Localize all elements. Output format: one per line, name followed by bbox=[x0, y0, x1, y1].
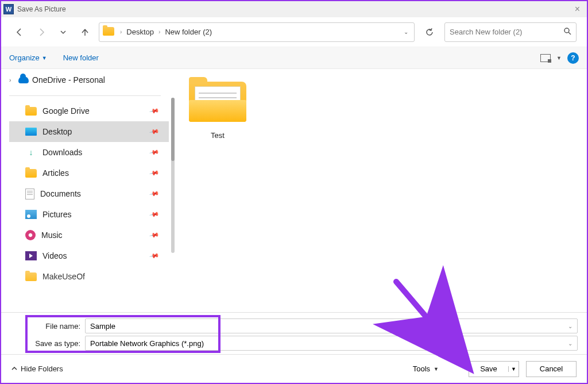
navbar: › Desktop › New folder (2) ⌄ bbox=[1, 17, 587, 47]
sidebar-item-label: Desktop bbox=[42, 127, 163, 136]
breadcrumb-item[interactable]: Desktop bbox=[124, 28, 156, 36]
document-icon bbox=[25, 189, 34, 199]
chevron-right-icon[interactable]: › bbox=[158, 29, 160, 35]
caret-down-icon[interactable]: ▼ bbox=[556, 55, 562, 61]
hide-folders-button[interactable]: Hide Folders bbox=[11, 364, 63, 373]
music-icon bbox=[25, 230, 36, 240]
video-icon bbox=[25, 251, 37, 260]
folder-icon bbox=[25, 169, 37, 178]
pictures-icon bbox=[25, 210, 37, 219]
chevron-right-icon[interactable]: › bbox=[9, 77, 15, 83]
sidebar-item-makeuseof[interactable]: MakeUseOf bbox=[9, 266, 169, 287]
search-icon bbox=[563, 27, 571, 37]
dialog-body: › OneDrive - Personal Google Drive 📌 Des… bbox=[1, 69, 587, 312]
footer: Hide Folders Tools ▼ Save ▼ Cancel bbox=[1, 354, 587, 383]
word-app-icon: W bbox=[3, 4, 14, 14]
filename-label: File name: bbox=[10, 322, 82, 331]
chevron-right-icon[interactable]: › bbox=[120, 29, 122, 35]
sidebar-item-videos[interactable]: Videos 📌 bbox=[9, 245, 169, 266]
help-icon[interactable]: ? bbox=[567, 52, 579, 64]
sidebar-item-label: Downloads bbox=[42, 148, 163, 157]
organize-label: Organize bbox=[9, 53, 40, 62]
sidebar-item-label: Pictures bbox=[42, 210, 163, 219]
organize-menu[interactable]: Organize ▼ bbox=[9, 53, 47, 62]
save-as-picture-dialog: W Save As Picture × › Desktop › New fold… bbox=[0, 0, 588, 384]
sidebar-item-label: MakeUseOf bbox=[42, 272, 163, 281]
breadcrumb[interactable]: › Desktop › New folder (2) ⌄ bbox=[99, 22, 415, 42]
search-input[interactable] bbox=[444, 22, 577, 42]
breadcrumb-item[interactable]: New folder (2) bbox=[163, 28, 214, 36]
save-button[interactable]: Save ▼ bbox=[469, 361, 519, 377]
caret-down-icon: ▼ bbox=[434, 366, 439, 372]
file-list[interactable]: Test bbox=[169, 69, 587, 312]
tools-label: Tools bbox=[413, 364, 430, 373]
tree-label: OneDrive - Personal bbox=[32, 75, 105, 85]
history-dropdown[interactable] bbox=[55, 24, 71, 40]
sidebar-item-google-drive[interactable]: Google Drive 📌 bbox=[9, 101, 169, 121]
chevron-down-icon[interactable]: ⌄ bbox=[401, 29, 411, 35]
chevron-down-icon[interactable]: ⌄ bbox=[568, 340, 572, 347]
sidebar-item-downloads[interactable]: ↓ Downloads 📌 bbox=[9, 142, 169, 163]
folder-icon bbox=[103, 27, 115, 37]
sidebar-item-pictures[interactable]: Pictures 📌 bbox=[9, 204, 169, 225]
savetype-select[interactable]: Portable Network Graphics (*.png) ⌄ bbox=[85, 336, 578, 351]
sidebar-item-documents[interactable]: Documents 📌 bbox=[9, 183, 169, 204]
folder-item-test[interactable]: Test bbox=[186, 82, 249, 140]
tree-item-onedrive[interactable]: › OneDrive - Personal bbox=[9, 72, 169, 87]
back-button[interactable] bbox=[11, 24, 28, 40]
up-button[interactable] bbox=[77, 24, 93, 40]
view-mode-button[interactable] bbox=[540, 54, 551, 62]
folder-icon bbox=[189, 82, 246, 122]
folder-label: Test bbox=[186, 131, 249, 140]
search-field[interactable] bbox=[450, 28, 563, 36]
save-label: Save bbox=[469, 364, 508, 373]
filename-field[interactable] bbox=[90, 322, 568, 331]
cancel-button[interactable]: Cancel bbox=[526, 361, 577, 377]
chevron-down-icon[interactable]: ⌄ bbox=[568, 323, 572, 329]
sidebar-item-label: Videos bbox=[42, 251, 163, 260]
titlebar: W Save As Picture × bbox=[1, 1, 587, 17]
folder-icon bbox=[25, 272, 37, 281]
filename-input[interactable]: ⌄ bbox=[85, 318, 578, 333]
sidebar-item-music[interactable]: Music 📌 bbox=[9, 225, 169, 245]
hide-folders-label: Hide Folders bbox=[21, 364, 63, 373]
sidebar-item-desktop[interactable]: Desktop 📌 bbox=[9, 121, 169, 142]
chevron-up-icon bbox=[11, 364, 17, 373]
savetype-label: Save as type: bbox=[10, 339, 82, 348]
savetype-value: Portable Network Graphics (*.png) bbox=[90, 339, 204, 348]
sidebar-item-articles[interactable]: Articles 📌 bbox=[9, 163, 169, 183]
save-split-dropdown[interactable]: ▼ bbox=[508, 366, 519, 372]
divider bbox=[9, 95, 161, 96]
window-title: Save As Picture bbox=[17, 5, 570, 13]
download-icon: ↓ bbox=[25, 148, 37, 157]
svg-point-0 bbox=[564, 28, 569, 33]
folder-icon bbox=[25, 107, 37, 116]
caret-down-icon: ▼ bbox=[42, 55, 47, 61]
desktop-icon bbox=[25, 128, 37, 136]
sidebar-item-label: Documents bbox=[40, 189, 163, 198]
close-icon[interactable]: × bbox=[570, 4, 585, 14]
tools-menu[interactable]: Tools ▼ bbox=[413, 364, 439, 373]
new-folder-button[interactable]: New folder bbox=[63, 53, 99, 62]
sidebar-scrollbar[interactable] bbox=[171, 98, 175, 253]
sidebar-item-label: Music bbox=[41, 231, 163, 240]
svg-line-1 bbox=[568, 32, 571, 34]
forward-button[interactable] bbox=[33, 24, 49, 40]
onedrive-icon bbox=[18, 76, 29, 83]
sidebar-item-label: Google Drive bbox=[42, 106, 163, 116]
refresh-button[interactable] bbox=[420, 27, 439, 37]
save-fields: File name: ⌄ Save as type: Portable Netw… bbox=[1, 312, 587, 354]
sidebar-item-label: Articles bbox=[42, 168, 163, 178]
toolbar: Organize ▼ New folder ▼ ? bbox=[1, 47, 587, 69]
nav-sidebar: › OneDrive - Personal Google Drive 📌 Des… bbox=[1, 69, 169, 312]
